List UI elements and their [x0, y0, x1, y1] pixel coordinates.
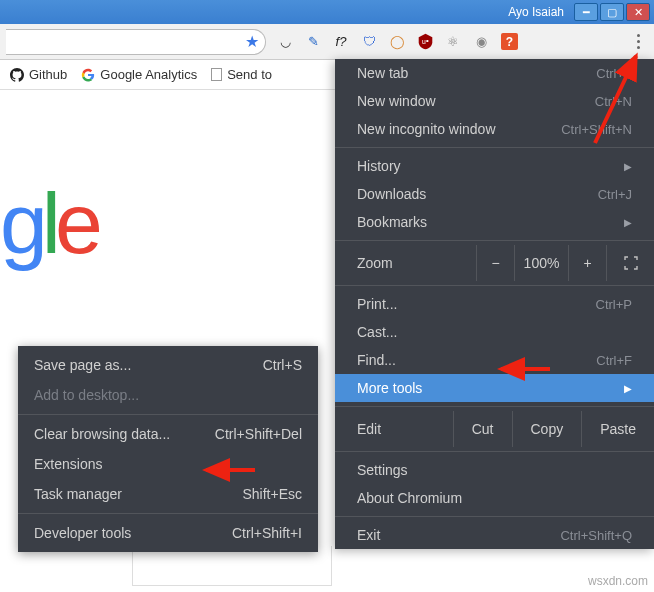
menu-incognito[interactable]: New incognito windowCtrl+Shift+N: [335, 115, 654, 143]
github-icon: [10, 68, 24, 82]
zoom-in-button[interactable]: +: [568, 245, 606, 281]
watermark: wsxdn.com: [588, 574, 648, 588]
menu-new-tab[interactable]: New tabCtrl+T: [335, 59, 654, 87]
close-button[interactable]: ✕: [626, 3, 650, 21]
shield-icon[interactable]: 🛡: [360, 33, 378, 51]
page-icon: [211, 68, 222, 81]
pocket-icon[interactable]: ◡: [276, 33, 294, 51]
circle-icon[interactable]: ◯: [388, 33, 406, 51]
eyedropper-icon[interactable]: ✎: [304, 33, 322, 51]
paste-button[interactable]: Paste: [581, 411, 654, 447]
submenu-clear-data[interactable]: Clear browsing data...Ctrl+Shift+Del: [18, 419, 318, 449]
search-box-fragment: [132, 546, 332, 586]
function-icon[interactable]: f?: [332, 33, 350, 51]
zoom-value: 100%: [514, 245, 568, 281]
chevron-right-icon: ▶: [624, 383, 632, 394]
menu-button[interactable]: [628, 28, 648, 56]
chevron-right-icon: ▶: [624, 161, 632, 172]
menu-cast[interactable]: Cast...: [335, 318, 654, 346]
menu-exit[interactable]: ExitCtrl+Shift+Q: [335, 521, 654, 549]
menu-downloads[interactable]: DownloadsCtrl+J: [335, 180, 654, 208]
menu-edit: Edit Cut Copy Paste: [335, 411, 654, 447]
menu-find[interactable]: Find...Ctrl+F: [335, 346, 654, 374]
submenu-taskmgr[interactable]: Task managerShift+Esc: [18, 479, 318, 509]
menu-more-tools[interactable]: More tools▶: [335, 374, 654, 402]
window-titlebar: Ayo Isaiah ━ ▢ ✕: [0, 0, 654, 24]
extension-icons: ◡ ✎ f? 🛡 ◯ uᵒ ⚛ ◉ ?: [276, 33, 518, 51]
submenu-save-page[interactable]: Save page as...Ctrl+S: [18, 350, 318, 380]
bookmark-ga[interactable]: Google Analytics: [81, 67, 197, 82]
star-icon[interactable]: ★: [245, 32, 259, 51]
menu-history[interactable]: History▶: [335, 152, 654, 180]
bookmark-github[interactable]: Github: [10, 67, 67, 82]
address-bar[interactable]: ★: [6, 29, 266, 55]
google-logo-partial: gle: [0, 174, 97, 273]
bookmark-label: Google Analytics: [100, 67, 197, 82]
menu-settings[interactable]: Settings: [335, 456, 654, 484]
copy-button[interactable]: Copy: [512, 411, 582, 447]
eye-icon[interactable]: ◉: [472, 33, 490, 51]
bookmark-sendto[interactable]: Send to: [211, 67, 272, 82]
menu-print[interactable]: Print...Ctrl+P: [335, 290, 654, 318]
question-icon[interactable]: ?: [500, 33, 518, 51]
svg-text:uᵒ: uᵒ: [422, 38, 429, 45]
chevron-right-icon: ▶: [624, 217, 632, 228]
minimize-button[interactable]: ━: [574, 3, 598, 21]
menu-new-window[interactable]: New windowCtrl+N: [335, 87, 654, 115]
cut-button[interactable]: Cut: [453, 411, 512, 447]
ublock-icon[interactable]: uᵒ: [416, 33, 434, 51]
svg-text:?: ?: [505, 35, 512, 49]
zoom-out-button[interactable]: −: [476, 245, 514, 281]
main-menu: New tabCtrl+T New windowCtrl+N New incog…: [335, 59, 654, 549]
fullscreen-button[interactable]: [606, 245, 654, 281]
more-tools-submenu: Save page as...Ctrl+S Add to desktop... …: [18, 346, 318, 552]
bookmark-label: Github: [29, 67, 67, 82]
user-label: Ayo Isaiah: [508, 5, 564, 19]
submenu-devtools[interactable]: Developer toolsCtrl+Shift+I: [18, 518, 318, 548]
maximize-button[interactable]: ▢: [600, 3, 624, 21]
browser-toolbar: ★ ◡ ✎ f? 🛡 ◯ uᵒ ⚛ ◉ ?: [0, 24, 654, 60]
menu-zoom: Zoom − 100% +: [335, 245, 654, 281]
submenu-extensions[interactable]: Extensions: [18, 449, 318, 479]
google-icon: [81, 68, 95, 82]
react-icon[interactable]: ⚛: [444, 33, 462, 51]
menu-bookmarks[interactable]: Bookmarks▶: [335, 208, 654, 236]
submenu-add-desktop: Add to desktop...: [18, 380, 318, 410]
bookmark-label: Send to: [227, 67, 272, 82]
menu-about[interactable]: About Chromium: [335, 484, 654, 512]
